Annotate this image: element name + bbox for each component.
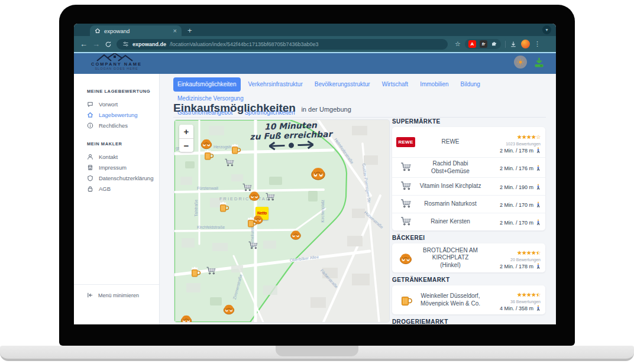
lock-icon [87, 186, 93, 192]
toolbar-right: ☆ A fr ⋮ [455, 39, 541, 49]
store-name: BROTLÄDCHEN AM KIRCHPLATZ(Hinkel) [415, 247, 486, 269]
tab-immobilien[interactable]: Immobilien [416, 77, 452, 92]
roofline-logo-icon [96, 53, 137, 61]
cart-icon[interactable] [206, 266, 217, 277]
site-header: COMPANY NAME SLOGAN GOES HERE [74, 52, 556, 74]
section-title-supermaerkte: SUPERMÄRKTE [392, 118, 545, 125]
profile-avatar[interactable] [521, 40, 530, 48]
distance-label: 2 Min. / 190 m [500, 184, 533, 190]
sidebar-item-label: Lagebewertung [99, 112, 138, 118]
distance-label: 2 Min. / 178 m [500, 148, 533, 154]
browser-tab[interactable]: expowand × [90, 25, 182, 36]
list-item-weinkeller[interactable]: Weinkeller Düsseldorf,Mövenpick Wein & C… [392, 285, 545, 314]
beer-icon[interactable] [218, 202, 229, 213]
browser-toolbar: ← → expowand.de/locationValuation/index/… [74, 36, 556, 52]
zoom-in-button[interactable]: + [179, 125, 193, 138]
adobe-extension-icon[interactable]: A [468, 40, 476, 48]
annotation-arrow-icon [258, 139, 324, 151]
list-item-brotlaedchen[interactable]: BROTLÄDCHEN AM KIRCHPLATZ(Hinkel) ☆☆☆☆☆★… [392, 243, 545, 272]
walking-person-icon [536, 165, 541, 171]
beer-icon[interactable] [229, 144, 241, 155]
list-item-rachid-dhabi[interactable]: Rachid Dhabi Obst+Gemüse 2 Min. / 176 m [392, 157, 545, 177]
cart-icon[interactable] [248, 240, 259, 252]
sidebar-item-agb[interactable]: AGB [87, 183, 159, 194]
sidebar-item-label: Datenschutzerklärung [99, 175, 153, 181]
list-item-rainer-kersten[interactable]: Rainer Kersten 2 Min. / 170 m [392, 213, 545, 230]
sidebar-item-label: Vorwort [99, 101, 118, 108]
bookmark-star-icon[interactable]: ☆ [455, 41, 461, 47]
fr-extension-icon[interactable]: fr [480, 40, 487, 48]
sidebar-section-makler: MEIN MAKLER [87, 141, 159, 147]
minimize-menu-button[interactable]: Menü minimieren [87, 292, 159, 298]
store-name: Rosmarin Naturkost [415, 200, 486, 208]
walking-person-icon [536, 305, 541, 311]
bakery-card: BROTLÄDCHEN AM KIRCHPLATZ(Hinkel) ☆☆☆☆☆★… [392, 243, 545, 272]
review-count: 1023 Bewertungen [486, 142, 541, 146]
sidebar-item-vorwort[interactable]: Vorwort [87, 99, 159, 109]
cart-icon [397, 161, 415, 174]
sidebar-item-lagebewertung[interactable]: Lagebewertung [87, 109, 159, 120]
tab-close-icon[interactable]: × [173, 28, 177, 34]
beer-icon[interactable] [189, 266, 201, 278]
store-name: Rainer Kersten [415, 218, 486, 226]
tab-wirtschaft[interactable]: Wirtschaft [378, 77, 412, 92]
sidebar-item-datenschutz[interactable]: Datenschutzerklärung [87, 173, 159, 183]
url-domain: expowand.de [132, 41, 166, 47]
home-favicon-icon [95, 28, 101, 34]
url-path: /locationValuation/index/542f44bc17135bf… [170, 41, 319, 47]
site-content: COMPANY NAME SLOGAN GOES HERE MEINE LAGE… [74, 52, 556, 324]
cart-icon[interactable] [265, 192, 276, 203]
sidebar-section-lagebewertung: MEINE LAGEBEWERTUNG [87, 89, 159, 94]
store-name: Weinkeller Düsseldorf,Mövenpick Wein & C… [415, 292, 486, 307]
review-count: 20 Bewertungen [486, 258, 541, 262]
download-report-button[interactable] [533, 56, 545, 69]
pretzel-icon[interactable] [248, 190, 261, 202]
storefront-icon [87, 164, 93, 171]
beer-icon[interactable] [245, 217, 257, 229]
tab-bevoelkerungsstruktur[interactable]: Bevölkerungsstruktur [310, 77, 374, 92]
zoom-out-button[interactable]: − [179, 138, 193, 152]
laptop-notch [276, 346, 358, 356]
speech-bubble-icon [87, 101, 93, 108]
back-icon[interactable]: ← [80, 40, 88, 48]
pretzel-icon[interactable] [180, 313, 193, 322]
cart-icon[interactable] [224, 158, 235, 169]
list-item-vitamin-insel[interactable]: Vitamin Insel Kirchplatz 2 Min. / 190 m [392, 177, 545, 195]
new-tab-button[interactable]: + [187, 26, 192, 35]
downloads-icon[interactable] [510, 41, 517, 48]
menu-dots-icon[interactable]: ⋮ [534, 40, 541, 48]
pretzel-icon[interactable] [290, 229, 302, 241]
site-settings-icon[interactable] [122, 41, 129, 47]
distance-label: 4 Min. / 358 m [500, 306, 533, 311]
forward-icon[interactable]: → [92, 40, 100, 48]
list-item-rewe[interactable]: REWE REWE ☆☆☆☆☆★★★★★ 1023 Bewertungen 2 … [392, 127, 545, 157]
pretzel-icon[interactable] [310, 165, 326, 181]
reload-icon[interactable] [105, 41, 112, 48]
map-zoom-controls: + − [179, 125, 193, 152]
tab-einkaufsmoeglichkeiten[interactable]: Einkaufsmöglichkeiten [173, 77, 241, 92]
sidebar-item-kontakt[interactable]: Kontakt [87, 151, 159, 162]
company-logo[interactable]: COMPANY NAME SLOGAN GOES HERE [81, 53, 152, 73]
sidebar: MEINE LAGEBEWERTUNG Vorwort Lagebewertun… [74, 74, 160, 324]
walking-person-icon [536, 202, 541, 208]
pretzel-icon[interactable] [200, 137, 213, 150]
tab-verkehrsinfrastruktur[interactable]: Verkehrsinfrastruktur [244, 77, 307, 92]
extensions-puzzle-icon[interactable] [491, 41, 497, 47]
title-divider [173, 117, 546, 118]
map[interactable]: + − 10 Minuten zu Fuß erreichbar [174, 120, 389, 322]
sidebar-item-rechtliches[interactable]: Rechtliches [87, 120, 159, 131]
star-rating: ☆☆☆☆☆★★★★★ [517, 292, 541, 298]
theme-toggle[interactable] [514, 56, 527, 69]
url-bar[interactable]: expowand.de/locationValuation/index/542f… [117, 39, 448, 50]
pretzel-icon[interactable] [222, 303, 235, 316]
rewe-logo-icon: REWE [397, 137, 415, 147]
store-name: Rachid Dhabi Obst+Gemüse [415, 160, 486, 175]
list-item-rosmarin[interactable]: Rosmarin Naturkost 2 Min. / 170 m [392, 195, 545, 213]
beer-icon[interactable] [202, 150, 214, 161]
tab-search-icon[interactable]: ▾ [542, 25, 551, 34]
header-actions [514, 56, 545, 69]
tab-bildung[interactable]: Bildung [457, 77, 484, 92]
browser-window: expowand × + ▾ ← → expowand.de/locationV… [74, 24, 556, 324]
shield-icon [87, 175, 93, 181]
sidebar-item-impressum[interactable]: Impressum [87, 162, 159, 173]
